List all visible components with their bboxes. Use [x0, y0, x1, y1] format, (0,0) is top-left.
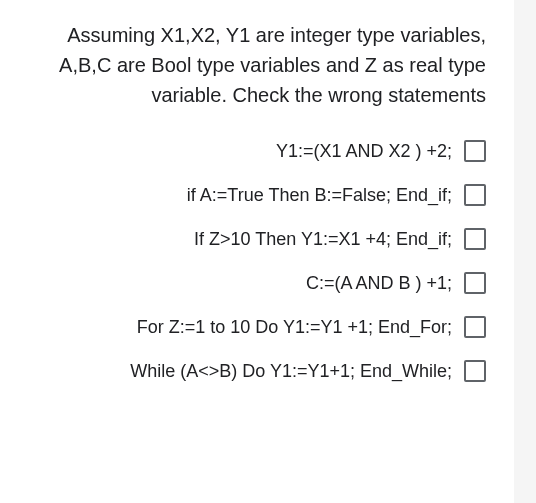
- checkbox[interactable]: [464, 360, 486, 382]
- option-label: Y1:=(X1 AND X2 ) +2;: [276, 141, 452, 162]
- option-row: C:=(A AND B ) +1;: [50, 272, 486, 294]
- checkbox[interactable]: [464, 184, 486, 206]
- option-label: If Z>10 Then Y1:=X1 +4; End_if;: [194, 229, 452, 250]
- checkbox[interactable]: [464, 140, 486, 162]
- option-row: While (A<>B) Do Y1:=Y1+1; End_While;: [50, 360, 486, 382]
- option-row: If Z>10 Then Y1:=X1 +4; End_if;: [50, 228, 486, 250]
- option-row: For Z:=1 to 10 Do Y1:=Y1 +1; End_For;: [50, 316, 486, 338]
- option-label: For Z:=1 to 10 Do Y1:=Y1 +1; End_For;: [137, 317, 452, 338]
- option-label: C:=(A AND B ) +1;: [306, 273, 452, 294]
- question-container: Assuming X1,X2, Y1 are integer type vari…: [0, 0, 514, 503]
- checkbox[interactable]: [464, 228, 486, 250]
- option-label: While (A<>B) Do Y1:=Y1+1; End_While;: [130, 361, 452, 382]
- option-row: Y1:=(X1 AND X2 ) +2;: [50, 140, 486, 162]
- option-row: if A:=True Then B:=False; End_if;: [50, 184, 486, 206]
- question-text: Assuming X1,X2, Y1 are integer type vari…: [50, 20, 486, 110]
- option-label: if A:=True Then B:=False; End_if;: [187, 185, 452, 206]
- checkbox[interactable]: [464, 272, 486, 294]
- options-list: Y1:=(X1 AND X2 ) +2; if A:=True Then B:=…: [50, 140, 486, 382]
- checkbox[interactable]: [464, 316, 486, 338]
